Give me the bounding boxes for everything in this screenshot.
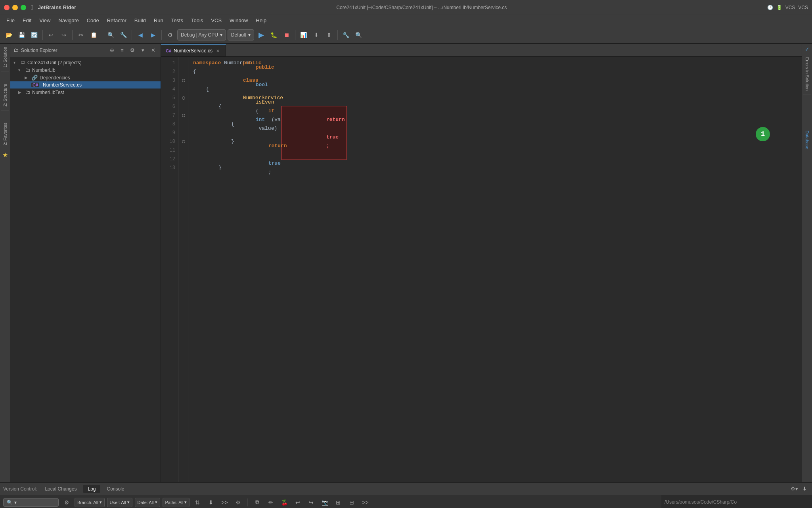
structure-strip-label[interactable]: Z: Structure [1,81,9,110]
close-panel-btn[interactable]: ✕ [149,46,157,55]
log-diff-btn[interactable]: ⧉ [252,497,263,508]
menu-navigate[interactable]: Navigate [55,17,82,24]
copy-btn[interactable]: 📋 [88,29,99,40]
gutter-7 [179,111,188,120]
save-btn[interactable]: 💾 [16,29,27,40]
replace-btn[interactable]: 🔧 [118,29,129,40]
database-label[interactable]: Database [804,128,810,152]
sync-btn[interactable]: 🔄 [29,29,40,40]
run-btn[interactable]: ▶ [256,29,267,40]
log-settings2-btn[interactable]: ⚙ [232,497,243,508]
debug-config-dropdown[interactable]: Debug | Any CPU ▾ [177,29,226,40]
menu-bar: File Edit View Navigate Code Refactor Bu… [0,15,812,26]
menu-window[interactable]: Window [226,17,251,24]
menu-vcs[interactable]: VCS [208,17,225,24]
test-label: NumberLibTest [32,90,64,95]
log-edit-btn[interactable]: ✏ [265,497,276,508]
errors-check-btn[interactable]: ✓ [803,45,811,53]
ln-8: 8 [161,120,175,129]
menu-tests[interactable]: Tests [168,17,186,24]
nav-back-btn[interactable]: ◀ [135,29,146,40]
cut-btn[interactable]: ✂ [75,29,86,40]
log-more-btn[interactable]: >> [219,497,230,508]
bottom-panel-actions: ⚙▾ ⬇ [790,485,809,493]
log-merge-btn[interactable]: ⇅ [192,497,203,508]
log-search[interactable]: 🔍 ▾ [3,498,59,507]
run-config-dropdown[interactable]: Default ▾ [228,29,254,40]
log-filter-btn[interactable]: ⚙ [61,497,72,508]
collapse-btn[interactable]: ≡ [118,46,126,55]
solution-strip-label[interactable]: 1: Solution [1,44,9,71]
log-cherry-btn[interactable]: 🍒 [279,497,290,508]
code-editor[interactable]: 1 1 2 3 4 5 6 7 8 9 10 11 12 13 [161,57,802,482]
close-button[interactable] [4,5,10,10]
log-left: 🔍 ▾ ⚙ Branch: All ▾ User: All ▾ Date: Al… [0,495,661,508]
right-sep [803,94,811,95]
log-photo-btn[interactable]: 📷 [319,497,330,508]
kw-public2: public [256,64,274,70]
menu-build[interactable]: Build [131,17,149,24]
open-file-btn[interactable]: 📂 [3,29,14,40]
menu-code[interactable]: Code [84,17,102,24]
debug-config-label: Debug | Any CPU [181,32,218,38]
menu-refactor[interactable]: Refactor [104,17,130,24]
options-btn[interactable]: ⚙ [128,46,137,55]
undo-btn[interactable]: ↩ [46,29,57,40]
errors-in-solution-label[interactable]: Errors in Solution [804,55,810,93]
editor-tab-bar: C# NumberService.cs ✕ [161,44,802,57]
menu-file[interactable]: File [3,17,18,24]
tab-close-btn[interactable]: ✕ [215,48,221,54]
log-collapse-btn[interactable]: ⊟ [346,497,357,508]
toolbar-sep-2 [72,30,73,40]
maximize-button[interactable] [21,5,26,10]
menu-run[interactable]: Run [151,17,167,24]
log-more2-btn[interactable]: >> [360,497,371,508]
log-down-btn[interactable]: ⬇ [205,497,216,508]
code-content[interactable]: namespace NumberLib { public class Numbe… [188,57,802,482]
toolbar-sep-7 [337,30,338,40]
stop-btn[interactable]: ⏹ [281,29,292,40]
debug-dropdown-arrow: ▾ [220,32,222,38]
traffic-lights [4,5,26,10]
tree-numberlibtest[interactable]: ▶ 🗂 NumberLibTest [10,89,161,96]
vcs-update-btn[interactable]: ⬇ [311,29,322,40]
debug-btn[interactable]: 🐛 [268,29,280,40]
favorites-strip-label[interactable]: 2: Favorites [1,119,9,148]
tree-numberlib[interactable]: ▾ 🗂 NumberLib [10,66,161,74]
branch-filter[interactable]: Branch: All ▾ [75,498,105,507]
menu-help[interactable]: Help [253,17,270,24]
build-btn[interactable]: ⚙ [165,29,176,40]
tree-numberservice[interactable]: C# NumberService.cs [10,81,161,89]
date-filter[interactable]: Date: All ▾ [135,498,160,507]
menu-edit[interactable]: Edit [19,17,34,24]
paths-filter[interactable]: Paths: All ▾ [163,498,190,507]
tab-local-changes[interactable]: Local Changes [40,485,81,493]
tab-log[interactable]: Log [83,485,100,493]
coverage-btn[interactable]: 📊 [298,29,309,40]
locate-btn[interactable]: ⊕ [107,46,116,55]
log-redo2-btn[interactable]: ↪ [306,497,317,508]
vcs-push-btn[interactable]: ⬆ [324,29,335,40]
log-revert-btn[interactable]: ↩ [292,497,303,508]
tree-root[interactable]: ▾ 🗂 Core241xUnit (2 projects) [10,59,161,66]
gutter-10 [179,137,188,146]
nav-fwd-btn[interactable]: ▶ [147,29,159,40]
find-action-btn[interactable]: 🔍 [353,29,364,40]
main-layout: 1: Solution Z: Structure 2: Favorites ★ … [0,44,812,482]
app-name: JetBrains Rider [38,4,76,10]
tree-dependencies[interactable]: ▶ 🔗 Dependencies [10,74,161,81]
search-btn[interactable]: 🔍 [105,29,116,40]
editor-tab-numberservice[interactable]: C# NumberService.cs ✕ [161,44,226,56]
settings-gear-btn[interactable]: ⚙▾ [790,485,799,493]
user-filter[interactable]: User: All ▾ [107,498,132,507]
download-btn[interactable]: ⬇ [800,485,809,493]
menu-view[interactable]: View [36,17,54,24]
settings-btn2[interactable]: ▾ [138,46,147,55]
menu-tools[interactable]: Tools [188,17,206,24]
date-dropdown-icon: ▾ [155,500,157,505]
redo-btn[interactable]: ↪ [58,29,69,40]
settings-btn[interactable]: 🔧 [341,29,352,40]
tab-console[interactable]: Console [102,485,129,493]
minimize-button[interactable] [12,5,18,10]
log-expand-btn[interactable]: ⊞ [333,497,344,508]
